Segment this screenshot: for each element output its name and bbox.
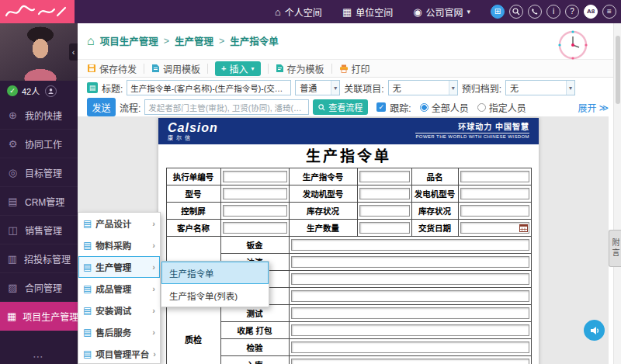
nav-unit-space[interactable]: ▦ 单位空间 <box>342 5 393 19</box>
breadcrumb-separator: > <box>164 36 169 47</box>
table-row: 检验 <box>166 339 531 356</box>
sidebar-item-crm[interactable]: ▤ CRM管理 <box>0 187 78 216</box>
breadcrumb-item-current: 生产指令单 <box>230 33 279 48</box>
track-all-radio[interactable]: 全部人员 <box>420 101 469 114</box>
production-order-document: Calsion 康尔信 环球动力 中国智慧 POWER THE WORLD WI… <box>158 118 539 364</box>
document-icon: ▤ <box>87 82 98 93</box>
postscript-tab[interactable]: 附言 <box>609 230 621 267</box>
radio-label: 全部人员 <box>432 101 469 114</box>
submenu-item-production-order-list[interactable]: 生产指令单(列表) <box>161 284 269 307</box>
process-paint-input[interactable] <box>291 256 529 268</box>
related-project-select[interactable]: 无 ▾ <box>388 80 458 95</box>
person-icon[interactable] <box>45 85 57 97</box>
engine-model-input[interactable] <box>359 188 410 199</box>
expand-label: 展开 <box>578 101 596 114</box>
title-input[interactable]: 生产指令单-(客户名称)-(生产指令号)-(交货日期) <box>127 80 291 95</box>
sidebar-item-sales[interactable]: ◫ 销售管理 <box>0 216 78 244</box>
breadcrumb-item[interactable]: 项目生产管理 <box>100 33 158 48</box>
toolbar-separator <box>207 64 208 74</box>
menu-item-production-management[interactable]: ▤ 生产管理 › <box>78 256 160 278</box>
stock-status-input[interactable] <box>359 205 410 217</box>
view-flow-label: 查看流程 <box>328 101 363 113</box>
speaker-icon <box>589 325 600 336</box>
phone-icon[interactable] <box>528 5 542 19</box>
search-icon[interactable] <box>509 5 523 19</box>
customer-name-input[interactable] <box>223 222 287 234</box>
use-template-button[interactable]: 调用模板 <box>151 62 200 75</box>
sidebar-item-collaboration[interactable]: ⚙ 协同工作 <box>0 130 78 158</box>
view-flow-button[interactable]: 查看流程 <box>313 99 368 115</box>
speaker-button[interactable] <box>584 320 605 341</box>
nav-label: 个人空间 <box>285 5 322 19</box>
radio-icon <box>477 103 486 112</box>
track-assign-radio[interactable]: 指定人员 <box>477 101 526 114</box>
help-icon[interactable]: ? <box>565 5 579 19</box>
related-project-label: 关联项目: <box>344 81 383 95</box>
menu-item-material-purchase[interactable]: ▤ 物料采购 › <box>78 234 160 256</box>
exec-order-no-input[interactable] <box>223 171 287 182</box>
stock-status-2-input[interactable] <box>460 205 529 217</box>
a8-badge[interactable]: A8 <box>584 5 598 19</box>
product-name-input[interactable] <box>460 171 529 182</box>
quantity-input[interactable] <box>359 222 410 234</box>
sidebar-item-project-production[interactable]: ▦ 项目生产管理 <box>0 302 78 331</box>
process-value-input[interactable] <box>291 273 529 285</box>
menu-item-finished-goods[interactable]: ▤ 成品管理 › <box>78 278 160 300</box>
control-panel-input[interactable] <box>223 205 287 217</box>
save-pending-button[interactable]: 保存待发 <box>87 62 137 75</box>
process-packing-input[interactable] <box>291 324 529 336</box>
menu-item-project-platform[interactable]: ▤ 项目管理平台 › <box>78 343 160 364</box>
prearchive-select[interactable]: 无 ▾ <box>505 80 575 95</box>
save-as-template-button[interactable]: 存为模板 <box>276 62 324 75</box>
menu-item-installation[interactable]: ▤ 安装调试 › <box>78 300 160 321</box>
top-bar: ⌂ 个人空间 ▦ 单位空间 ◉ 公司官网 ▾ ⊞ i ? A8 ≡ <box>0 0 621 23</box>
flow-input[interactable]: 发起者部门主管(审批), 卫贤(协同), 潘琦(协同) <box>144 99 309 115</box>
priority-value: 普通 <box>296 81 321 94</box>
scrollbar[interactable] <box>613 23 621 364</box>
sidebar-item-quick[interactable]: ⊕ 我的快捷 <box>0 101 78 130</box>
send-button[interactable]: 发送 <box>87 98 116 116</box>
process-test-input[interactable] <box>291 307 529 319</box>
sidebar-item-contracts[interactable]: ▨ 合同管理 <box>0 273 78 302</box>
process-sheet-metal-input[interactable] <box>291 239 529 251</box>
sidebar-item-bidding[interactable]: ▥ 招投标管理 <box>0 244 78 273</box>
menu-icon[interactable]: ≡ <box>602 5 616 19</box>
menu-item-label: 成品管理 <box>95 283 131 295</box>
collapse-sidebar-button[interactable]: ‹ <box>69 43 78 61</box>
priority-select[interactable]: 普通 ▾ <box>295 80 340 95</box>
generator-model-input[interactable] <box>460 188 529 199</box>
model-input[interactable] <box>223 188 287 199</box>
toolbar-separator <box>268 64 269 74</box>
delivery-date-input[interactable] <box>460 222 529 234</box>
production-order-no-input[interactable] <box>359 171 410 182</box>
brand-name: Calsion <box>168 122 218 134</box>
calendar-icon[interactable] <box>519 224 528 232</box>
process-value-input[interactable] <box>291 290 529 302</box>
process-warehousing-input[interactable] <box>291 359 529 364</box>
track-checkbox[interactable]: ✓ <box>376 102 386 112</box>
menu-item-after-sales[interactable]: ▤ 售后服务 › <box>78 321 160 343</box>
expand-link[interactable]: 展开 ≫ <box>578 101 609 114</box>
submenu-item-production-order[interactable]: 生产指令单 <box>161 262 269 284</box>
insert-button[interactable]: + 插入 ▾ <box>215 61 260 76</box>
scrollbar-thumb[interactable] <box>616 36 620 104</box>
sidebar-item-goals[interactable]: ◎ 目标管理 <box>0 158 78 187</box>
menu-item-product-design[interactable]: ▤ 产品设计 › <box>78 213 160 234</box>
nav-company-website[interactable]: ◉ 公司官网 ▾ <box>413 5 470 19</box>
document-icon: ▤ <box>83 218 92 229</box>
breadcrumb-item[interactable]: 生产管理 <box>175 33 213 48</box>
cell-field <box>289 356 531 364</box>
apps-icon[interactable]: ⊞ <box>491 5 505 19</box>
nav-personal-space[interactable]: ⌂ 个人空间 <box>275 5 322 19</box>
home-icon[interactable]: ⌂ <box>87 35 95 47</box>
info-icon[interactable]: i <box>546 5 560 19</box>
profile-photo[interactable]: ‹ <box>0 23 78 81</box>
cell-label: 型号 <box>166 185 220 203</box>
cell-field <box>357 168 411 185</box>
process-inspection-input[interactable] <box>291 341 529 353</box>
sidebar-more-button[interactable]: ⋯ <box>0 350 78 362</box>
print-button[interactable]: 打印 <box>339 62 370 75</box>
plus-icon: + <box>221 64 226 73</box>
company-logo[interactable] <box>0 0 75 23</box>
title-label: 标题: <box>102 81 123 95</box>
